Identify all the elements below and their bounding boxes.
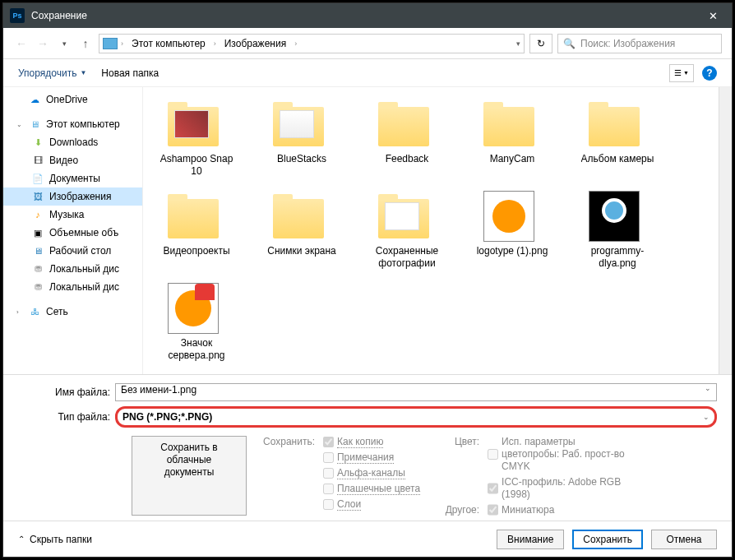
close-button[interactable]: ✕ [695,3,732,28]
chevron-down-icon[interactable]: ⌄ [705,384,711,392]
video-icon: 🎞 [31,155,44,166]
opt-layers: Слои [323,498,420,511]
file-item[interactable]: ManyCam [467,95,557,181]
file-grid[interactable]: Ashampoo Snap 10BlueStacksFeedbackManyCa… [143,87,719,374]
photoshop-icon: Ps [10,8,25,23]
file-item[interactable]: programmy-dlya.png [572,187,663,273]
file-item[interactable]: Снимки экрана [257,187,347,273]
refresh-button[interactable]: ↻ [529,34,552,53]
sidebar-item-video[interactable]: 🎞Видео [3,151,142,169]
opt-alpha: Альфа-каналы [323,467,420,479]
chevron-down-icon: ▼ [80,69,86,76]
filename-input[interactable]: Без имени-1.png ⌄ [115,383,717,401]
item-label: Значок сервера.png [155,337,238,362]
opt-proof: Исп. параметры цветопробы: Раб. прост-во… [488,436,626,473]
filetype-label: Тип файла: [18,411,110,423]
save-panel: Имя файла: Без имени-1.png ⌄ Тип файла: … [3,374,732,521]
search-input[interactable]: 🔍 Поиск: Изображения [557,34,722,53]
item-label: Альбом камеры [581,153,654,165]
other-head: Другое: [437,504,483,516]
sidebar-item-network[interactable]: ›🖧Сеть [3,303,142,321]
desktop-icon: 🖥 [31,245,44,257]
disk-icon: ⛃ [31,263,44,275]
images-icon: 🖼 [31,191,44,202]
file-item[interactable]: Видеопроекты [151,187,242,273]
chevron-up-icon: ⌃ [18,535,25,544]
file-item[interactable]: Ashampoo Snap 10 [151,95,242,181]
chevron-down-icon[interactable]: ▾ [516,39,520,48]
file-item[interactable]: Альбом камеры [572,95,663,181]
music-icon: ♪ [31,209,44,220]
search-placeholder: Поиск: Изображения [580,38,675,49]
attention-button[interactable]: Внимание [497,530,564,549]
network-icon: 🖧 [28,306,41,317]
item-label: Видеопроекты [163,245,229,257]
caret-right-icon[interactable]: › [16,308,23,316]
organize-button[interactable]: Упорядочить ▼ [18,67,86,79]
item-label: programmy-dlya.png [576,245,659,270]
nav-back[interactable]: ← [13,35,30,52]
chevron-right-icon: › [294,39,297,48]
item-label: BlueStacks [277,153,326,165]
sidebar-item-images[interactable]: 🖼Изображения [3,187,142,206]
file-item[interactable]: Значок сервера.png [151,280,242,365]
sidebar-item-documents[interactable]: 📄Документы [3,169,142,187]
file-item[interactable]: logotype (1).png [467,187,557,273]
nav-forward: → [35,35,51,52]
filetype-select[interactable]: PNG (*.PNG;*.PNG) ⌄ [115,406,717,428]
file-item[interactable]: Сохраненные фотографии [362,187,452,273]
breadcrumb-root[interactable]: Этот компьютер [127,36,210,51]
item-label: ManyCam [490,153,535,165]
window-title: Сохранение [31,10,695,21]
opt-notes: Примечания [323,451,420,464]
sidebar-item-disk1[interactable]: ⛃Локальный дис [3,260,142,278]
file-item[interactable]: Feedback [362,95,452,181]
sidebar-item-onedrive[interactable]: ☁OneDrive [3,90,142,109]
save-options-head: Сохранить: [263,436,318,516]
nav-down[interactable]: ▾ [56,35,72,52]
breadcrumb[interactable]: › Этот компьютер › Изображения › ▾ [99,34,525,53]
hide-folders-toggle[interactable]: ⌃ Скрыть папки [18,534,92,545]
help-button[interactable]: ? [702,66,717,81]
sidebar-item-desktop[interactable]: 🖥Рабочий стол [3,242,142,260]
item-label: Сохраненные фотографии [365,245,449,270]
cancel-button[interactable]: Отмена [651,530,717,549]
new-folder-button[interactable]: Новая папка [101,67,159,79]
sidebar-item-downloads[interactable]: ⬇Downloads [3,133,142,151]
nav-up[interactable]: ↑ [77,35,94,52]
color-head: Цвет: [437,436,483,473]
sidebar-item-pc[interactable]: ⌄🖥Этот компьютер [3,115,142,133]
item-label: logotype (1).png [477,245,548,257]
view-mode-button[interactable]: ☰ ▼ [669,64,694,82]
toolbar: Упорядочить ▼ Новая папка ☰ ▼ ? [3,59,732,87]
pc-icon: 🖥 [28,118,41,130]
sidebar: ☁OneDrive ⌄🖥Этот компьютер ⬇Downloads 🎞В… [3,87,143,374]
sidebar-item-disk2[interactable]: ⛃Локальный дис [3,278,142,296]
item-label: Feedback [386,153,429,165]
save-button[interactable]: Сохранить [572,530,643,549]
search-icon: 🔍 [563,38,576,49]
download-icon: ⬇ [31,137,44,148]
scrollbar[interactable] [719,87,732,374]
breadcrumb-folder[interactable]: Изображения [220,36,291,51]
save-to-cloud-button[interactable]: Сохранить в облачные документы [132,436,247,516]
pc-icon [103,38,118,49]
opt-as-copy[interactable]: Как копию [323,436,420,448]
cube-icon: ▣ [31,227,44,238]
chevron-right-icon: › [121,39,123,48]
sidebar-item-music[interactable]: ♪Музыка [3,206,142,224]
filename-label: Имя файла: [18,386,110,398]
chevron-right-icon: › [214,39,216,48]
sidebar-item-3d[interactable]: ▣Объемные объ [3,224,142,242]
opt-thumb[interactable]: Миниатюра [488,504,626,516]
item-label: Снимки экрана [267,245,336,257]
nav-row: ← → ▾ ↑ › Этот компьютер › Изображения ›… [3,28,732,59]
chevron-down-icon[interactable]: ⌄ [703,413,710,421]
disk-icon: ⛃ [31,281,44,293]
cloud-icon: ☁ [28,94,41,105]
caret-down-icon[interactable]: ⌄ [16,121,23,128]
document-icon: 📄 [31,173,44,184]
file-item[interactable]: BlueStacks [257,95,347,181]
opt-icc[interactable]: ICC-профиль: Adobe RGB (1998) [488,476,626,501]
footer: ⌃ Скрыть папки Внимание Сохранить Отмена [3,521,732,557]
